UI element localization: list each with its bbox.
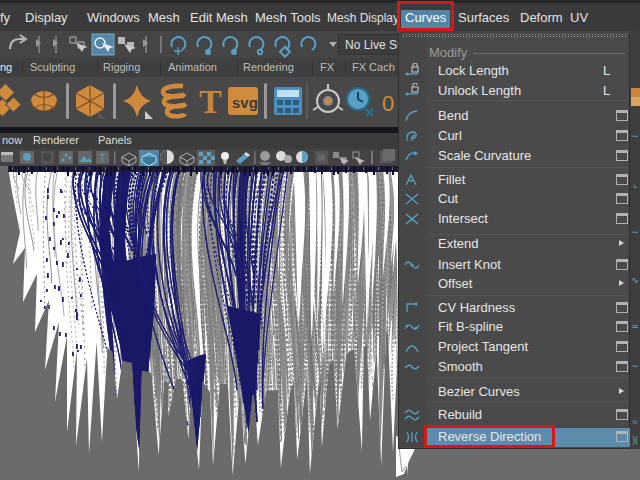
svg-text:0: 0 (382, 91, 394, 116)
svg-text:T: T (99, 152, 106, 164)
svg-text:svg: svg (232, 94, 258, 111)
svg-text:T: T (199, 83, 222, 120)
